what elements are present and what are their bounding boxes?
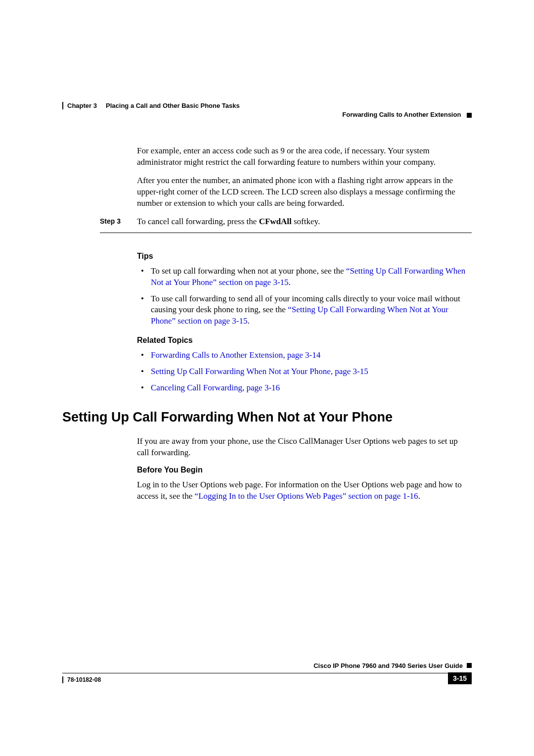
- list-item: To set up call forwarding when not at yo…: [137, 266, 472, 288]
- document-number: 78-10182-08: [62, 676, 101, 683]
- related-topics-heading: Related Topics: [137, 336, 472, 345]
- body-paragraph: If you are away from your phone, use the…: [137, 436, 472, 459]
- step-number: Step 3: [62, 216, 137, 225]
- step-text-post: softkey.: [292, 217, 320, 226]
- guide-title: Cisco IP Phone 7960 and 7940 Series User…: [313, 662, 463, 669]
- before-begin-heading: Before You Begin: [137, 466, 472, 474]
- section-title: Forwarding Calls to Another Extension: [342, 111, 461, 118]
- body-paragraph: After you enter the number, an animated …: [137, 175, 472, 209]
- list-item: To use call forwarding to send all of yo…: [137, 293, 472, 328]
- tips-list: To set up call forwarding when not at yo…: [137, 266, 472, 328]
- list-item: Canceling Call Forwarding, page 3-16: [137, 382, 472, 394]
- list-item: Setting Up Call Forwarding When Not at Y…: [137, 366, 472, 378]
- softkey-name: CFwdAll: [259, 217, 292, 226]
- chapter-header: Chapter 3 Placing a Call and Other Basic…: [62, 102, 472, 109]
- body-paragraph: Log in to the User Options web page. For…: [137, 479, 472, 502]
- section-heading: Setting Up Call Forwarding When Not at Y…: [62, 410, 472, 425]
- xref-link[interactable]: Canceling Call Forwarding, page 3-16: [151, 383, 280, 392]
- footer-square-icon: [467, 663, 472, 668]
- running-header: Chapter 3 Placing a Call and Other Basic…: [62, 102, 472, 109]
- tip-text-post: .: [289, 278, 291, 287]
- xref-link[interactable]: Forwarding Calls to Another Extension, p…: [151, 350, 320, 360]
- section-header: Forwarding Calls to Another Extension: [342, 111, 472, 118]
- header-square-icon: [467, 113, 472, 118]
- xref-link[interactable]: Setting Up Call Forwarding When Not at Y…: [151, 367, 368, 376]
- tips-heading: Tips: [137, 252, 472, 261]
- chapter-number: Chapter 3: [67, 102, 97, 109]
- paragraph-text-post: .: [418, 491, 420, 501]
- xref-link[interactable]: “Logging In to the User Options Web Page…: [195, 491, 418, 501]
- tip-text: To set up call forwarding when not at yo…: [151, 266, 346, 276]
- tip-text-post: .: [247, 316, 249, 326]
- chapter-title: Placing a Call and Other Basic Phone Tas…: [106, 102, 240, 109]
- step-text-pre: To cancel call forwarding, press the: [137, 217, 259, 226]
- related-topics-list: Forwarding Calls to Another Extension, p…: [137, 350, 472, 394]
- page-number: 3-15: [448, 672, 472, 684]
- body-paragraph: For example, enter an access code such a…: [137, 145, 472, 168]
- step-text: To cancel call forwarding, press the CFw…: [137, 216, 472, 228]
- procedure-step: Step 3 To cancel call forwarding, press …: [62, 216, 472, 228]
- list-item: Forwarding Calls to Another Extension, p…: [137, 350, 472, 361]
- page-footer: Cisco IP Phone 7960 and 7940 Series User…: [62, 662, 472, 687]
